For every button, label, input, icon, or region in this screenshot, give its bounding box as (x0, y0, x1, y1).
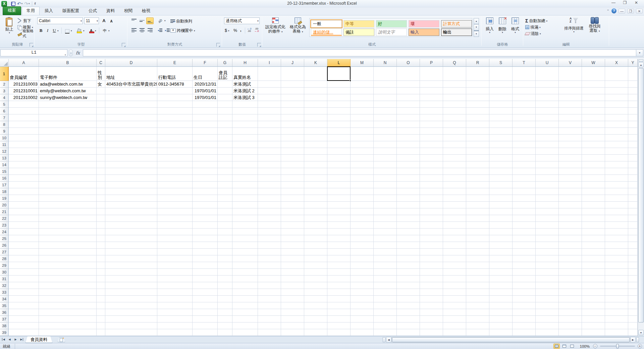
zoom-out-icon[interactable]: − (593, 344, 597, 348)
cell-D19[interactable] (105, 195, 157, 202)
cell-B1[interactable]: 電子郵件 (39, 67, 97, 81)
row-header-11[interactable]: 11 (0, 141, 9, 148)
cell-A3[interactable]: 2012310001 (9, 88, 39, 94)
cell-Q13[interactable] (443, 155, 466, 161)
cell-Q19[interactable] (443, 195, 466, 202)
cell-T19[interactable] (513, 195, 536, 202)
cell-L16[interactable] (327, 175, 351, 182)
cell-K29[interactable] (304, 262, 327, 269)
cell-R37[interactable] (466, 316, 489, 322)
align-left-button[interactable] (130, 27, 138, 34)
cell-N26[interactable] (374, 242, 397, 249)
cell-B19[interactable] (39, 195, 97, 202)
name-box-dropdown-icon[interactable]: ▾ (64, 52, 66, 58)
cell-N23[interactable] (374, 222, 397, 229)
cell-W24[interactable] (582, 229, 605, 235)
cell-H19[interactable] (232, 195, 258, 202)
cell-S26[interactable] (489, 242, 513, 249)
cell-O6[interactable] (397, 108, 420, 114)
cell-Q38[interactable] (443, 322, 466, 329)
cell-R17[interactable] (466, 182, 489, 188)
cell-M13[interactable] (351, 155, 374, 161)
row-header-23[interactable]: 23 (0, 222, 9, 229)
cell-N15[interactable] (374, 168, 397, 175)
cell-T8[interactable] (513, 121, 536, 128)
middle-align-button[interactable] (138, 17, 146, 24)
cell-D8[interactable] (105, 121, 157, 128)
cell-U26[interactable] (536, 242, 559, 249)
cell-B39[interactable] (39, 329, 97, 336)
cell-R28[interactable] (466, 255, 489, 262)
cell-F8[interactable] (193, 121, 218, 128)
cell-K33[interactable] (304, 289, 327, 296)
decrease-decimal-button[interactable]: .00→.0 (254, 28, 259, 32)
cell-J13[interactable] (281, 155, 304, 161)
cell-X29[interactable] (605, 262, 628, 269)
restore-button[interactable]: ❐ (619, 0, 631, 6)
cell-K25[interactable] (304, 235, 327, 242)
cell-B24[interactable] (39, 229, 97, 235)
scroll-right-icon[interactable]: ▶ (630, 337, 636, 343)
cell-P28[interactable] (420, 255, 443, 262)
cell-O2[interactable] (397, 81, 420, 88)
cell-M34[interactable] (351, 296, 374, 302)
cell-C11[interactable] (97, 141, 105, 148)
cell-N16[interactable] (374, 175, 397, 182)
cell-V12[interactable] (559, 148, 582, 155)
cell-X16[interactable] (605, 175, 628, 182)
cell-H27[interactable] (232, 249, 258, 255)
cell-N10[interactable] (374, 135, 397, 141)
column-header-Q[interactable]: Q (443, 59, 466, 67)
cell-E33[interactable] (157, 289, 193, 296)
gallery-scroll-down-icon[interactable]: ▾ (474, 24, 479, 30)
cell-T10[interactable] (513, 135, 536, 141)
cell-N21[interactable] (374, 208, 397, 215)
cell-F25[interactable] (193, 235, 218, 242)
cell-S15[interactable] (489, 168, 513, 175)
cell-B16[interactable] (39, 175, 97, 182)
cell-I8[interactable] (258, 121, 281, 128)
cell-Y33[interactable] (628, 289, 638, 296)
cell-F1[interactable]: 生日 (193, 67, 218, 81)
cell-B23[interactable] (39, 222, 97, 229)
cell-O18[interactable] (397, 188, 420, 195)
help-icon[interactable]: ? (611, 8, 616, 13)
cut-button[interactable]: 剪下 (17, 18, 31, 24)
formula-bar-splitter[interactable] (69, 49, 73, 56)
cell-P36[interactable] (420, 309, 443, 316)
cell-I26[interactable] (258, 242, 281, 249)
page-layout-view-button[interactable] (561, 344, 568, 349)
cell-A19[interactable] (9, 195, 39, 202)
cell-T33[interactable] (513, 289, 536, 296)
cell-W16[interactable] (582, 175, 605, 182)
cell-O35[interactable] (397, 302, 420, 309)
cell-G4[interactable] (218, 94, 232, 101)
next-sheet-icon[interactable]: ▶ (13, 337, 18, 343)
cell-C13[interactable] (97, 155, 105, 161)
cell-N7[interactable] (374, 114, 397, 121)
cell-V1[interactable] (559, 67, 582, 81)
cell-O25[interactable] (397, 235, 420, 242)
cell-W11[interactable] (582, 141, 605, 148)
cell-F18[interactable] (193, 188, 218, 195)
cell-A11[interactable] (9, 141, 39, 148)
cell-R15[interactable] (466, 168, 489, 175)
cell-A1[interactable]: 會員編號 (9, 67, 39, 81)
cell-D29[interactable] (105, 262, 157, 269)
cell-V10[interactable] (559, 135, 582, 141)
cell-B36[interactable] (39, 309, 97, 316)
cell-S21[interactable] (489, 208, 513, 215)
cell-V3[interactable] (559, 88, 582, 94)
ribbon-tab-插入[interactable]: 插入 (40, 7, 57, 15)
cell-F24[interactable] (193, 229, 218, 235)
cell-O24[interactable] (397, 229, 420, 235)
cell-R3[interactable] (466, 88, 489, 94)
cell-G14[interactable] (218, 161, 232, 168)
cell-E7[interactable] (157, 114, 193, 121)
cell-D6[interactable] (105, 108, 157, 114)
cell-V33[interactable] (559, 289, 582, 296)
cell-L28[interactable] (327, 255, 351, 262)
number-dialog-launcher[interactable] (257, 43, 261, 47)
cell-T5[interactable] (513, 101, 536, 108)
cell-W10[interactable] (582, 135, 605, 141)
